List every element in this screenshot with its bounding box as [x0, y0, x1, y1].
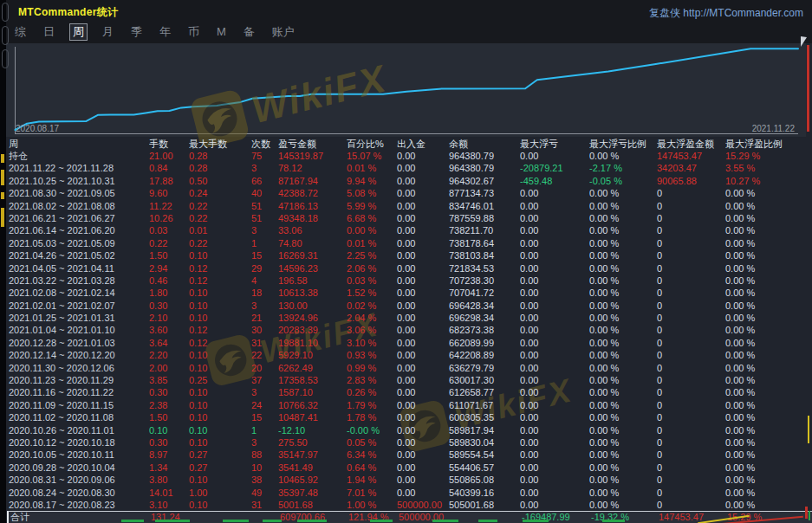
table-row[interactable]: 2020.09.28 ~ 2020.10.041.340.27103541.49…: [7, 462, 812, 474]
cell-max-float-profit-pct: 0.00 %: [725, 287, 812, 299]
cell-pnl: 74.80: [278, 237, 347, 249]
table-row[interactable]: 持仓21.000.2875145319.8715.07 %0.00964380.…: [7, 150, 812, 162]
menu-item-月[interactable]: 月: [100, 23, 116, 42]
cell-pnl: 35397.48: [278, 487, 347, 499]
table-row[interactable]: 2021.03.22 ~ 2021.03.280.460.124196.580.…: [7, 274, 812, 287]
table-row[interactable]: 2020.12.28 ~ 2021.01.033.640.123119881.1…: [7, 337, 812, 349]
cell-max-float-loss: -169487.99: [522, 512, 591, 523]
cell-pct: 1.52 %: [347, 287, 397, 299]
background-artifact-left-strip: [0, 0, 6, 523]
cell-max-float-loss: 0.00: [520, 362, 589, 374]
table-row[interactable]: 2020.11.16 ~ 2020.11.220.300.1031587.100…: [7, 386, 812, 398]
cell-max-float-loss-pct: 0.00 %: [589, 449, 657, 461]
table-row[interactable]: 2021.08.02 ~ 2021.08.0811.220.225147186.…: [7, 200, 812, 212]
table-row[interactable]: 2020.11.30 ~ 2020.12.062.000.10206262.49…: [7, 362, 812, 374]
table-row[interactable]: 2021.01.25 ~ 2021.01.312.100.102113924.9…: [7, 312, 812, 324]
cell-max-float-profit: 0: [657, 287, 725, 299]
menu-item-综[interactable]: 综: [12, 23, 29, 42]
cell-trades: 40: [251, 187, 278, 199]
table-row[interactable]: 2020.11.09 ~ 2020.11.152.380.102410766.3…: [7, 399, 812, 411]
cell-net-deposit: 0.00: [397, 224, 449, 236]
cell-max-lots: 0.12: [189, 337, 251, 349]
cell-pct: 15.07 %: [347, 150, 397, 162]
table-row[interactable]: 2021.02.08 ~ 2021.02.141.800.101810613.3…: [7, 287, 812, 299]
cell-pct: 0.26 %: [347, 386, 397, 398]
cell-max-float-profit-pct: 0.00 %: [725, 237, 812, 249]
cell-net-deposit: 0.00: [397, 200, 449, 212]
menu-item-季[interactable]: 季: [128, 23, 145, 42]
cell-period: 合计: [10, 512, 151, 523]
cell-balance: 611071.67: [449, 399, 520, 411]
cell-pnl: 49348.18: [278, 212, 347, 224]
menu-item-账户[interactable]: 账户: [270, 23, 297, 42]
cell-balance: 554406.57: [449, 462, 520, 474]
cell-period: 2021.08.02 ~ 2021.08.08: [9, 200, 149, 212]
cell-period: 2021.02.08 ~ 2021.02.14: [9, 287, 149, 299]
cell-max-float-loss-pct: 0.00 %: [589, 362, 657, 374]
menu-item-周[interactable]: 周: [69, 23, 88, 41]
menu-item-M[interactable]: M: [214, 23, 229, 42]
cell-pct: 2.04 %: [347, 312, 397, 324]
menu-item-日[interactable]: 日: [41, 23, 57, 42]
table-row[interactable]: 2020.11.02 ~ 2020.11.081.500.101510487.4…: [7, 411, 812, 423]
menu-item-年[interactable]: 年: [157, 23, 173, 42]
cell-max-float-profit-pct: 0.00 %: [725, 324, 812, 336]
table-row[interactable]: 2020.10.26 ~ 2020.11.010.100.101-12.10-0…: [7, 424, 812, 436]
table-row[interactable]: 2021.06.21 ~ 2021.06.2710.260.225149348.…: [7, 212, 812, 224]
cell-balance: 964380.79: [449, 150, 520, 162]
cell-lots: 2.94: [149, 262, 189, 274]
cell-pnl: 5929.10: [278, 349, 347, 361]
total-row[interactable]: 合计131.24609700.66121.94 %500000.00-16948…: [7, 511, 812, 523]
cell-max-float-profit: 0: [657, 436, 725, 449]
cell-pct: 0.00 %: [347, 224, 397, 236]
cell-pnl: 42388.72: [278, 187, 347, 199]
cell-pct: 0.03 %: [347, 274, 397, 287]
cell-period: 2020.08.24 ~ 2020.08.30: [9, 487, 149, 499]
table-row[interactable]: 2020.08.24 ~ 2020.08.3014.011.004935397.…: [7, 487, 812, 499]
cell-period: 2021.10.25 ~ 2021.10.31: [9, 175, 149, 187]
cell-max-float-profit: 0: [657, 474, 725, 486]
cell-trades: 88: [251, 449, 278, 461]
table-row[interactable]: 2021.01.04 ~ 2021.01.103.600.123020283.3…: [7, 324, 812, 336]
cell-max-float-profit: 0: [657, 312, 725, 324]
table-row[interactable]: 2021.02.01 ~ 2021.02.070.300.103130.000.…: [7, 300, 812, 312]
cell-period: 2020.08.31 ~ 2020.09.06: [9, 474, 149, 486]
table-row[interactable]: 2020.11.23 ~ 2020.11.293.850.253717358.5…: [7, 374, 812, 386]
cell-trades: 3: [251, 300, 278, 312]
cell-max-float-profit: 0: [657, 362, 725, 374]
menu-item-备[interactable]: 备: [241, 23, 257, 42]
cell-max-float-loss-pct: 0.00 %: [589, 300, 657, 312]
cell-max-float-loss: 0.00: [520, 212, 589, 224]
brand-link[interactable]: 复盘侠 http://MTCommander.com: [649, 6, 803, 21]
table-row[interactable]: 2021.11.22 ~ 2021.11.280.840.28378.120.0…: [7, 162, 812, 174]
table-row[interactable]: 2020.10.05 ~ 2020.10.118.970.278835147.9…: [7, 449, 812, 461]
table-row[interactable]: 2020.12.14 ~ 2020.12.202.200.10225929.10…: [7, 349, 812, 361]
cell-trades: 10: [251, 462, 278, 474]
table-row[interactable]: 2020.08.31 ~ 2020.09.063.800.103810465.9…: [7, 474, 812, 486]
cell-pnl: 14596.23: [278, 262, 347, 274]
cell-net-deposit: 0.00: [397, 474, 449, 486]
table-row[interactable]: 2021.04.05 ~ 2021.04.112.940.122914596.2…: [7, 262, 812, 274]
column-header-lots: 手数: [149, 138, 189, 150]
table-row[interactable]: 2021.04.26 ~ 2021.05.021.500.101516269.3…: [7, 249, 812, 262]
cell-net-deposit: 0.00: [397, 386, 449, 398]
cell-max-float-profit-pct: 0.00 %: [725, 487, 812, 499]
table-row[interactable]: 2021.10.25 ~ 2021.10.3117.880.506687167.…: [7, 175, 812, 187]
table-row[interactable]: 2021.05.03 ~ 2021.05.090.220.22174.800.0…: [7, 237, 812, 249]
cell-net-deposit: 0.00: [397, 249, 449, 262]
cell-max-float-loss-pct: -0.05 %: [589, 175, 657, 187]
cell-lots: 14.01: [149, 487, 189, 499]
cell-max-lots: 0.10: [189, 362, 251, 374]
cell-lots: 131.24: [151, 512, 191, 523]
cell-max-float-loss: 0.00: [520, 386, 589, 398]
menu-item-币[interactable]: 币: [185, 23, 202, 42]
table-row[interactable]: 2020.08.17 ~ 2020.08.233.100.10315001.68…: [7, 499, 812, 511]
table-row[interactable]: 2020.10.12 ~ 2020.10.180.300.103275.500.…: [7, 436, 812, 449]
table-row[interactable]: 2021.08.30 ~ 2021.09.059.600.244042388.7…: [7, 187, 812, 199]
equity-curve: [16, 48, 799, 130]
window-title: MTCommander统计: [18, 5, 118, 20]
mouse-cursor-icon: [801, 36, 807, 47]
cell-period: 2020.12.28 ~ 2021.01.03: [9, 337, 149, 349]
cell-trades: 30: [251, 324, 278, 336]
table-row[interactable]: 2021.06.14 ~ 2021.06.200.030.01333.060.0…: [7, 224, 812, 236]
